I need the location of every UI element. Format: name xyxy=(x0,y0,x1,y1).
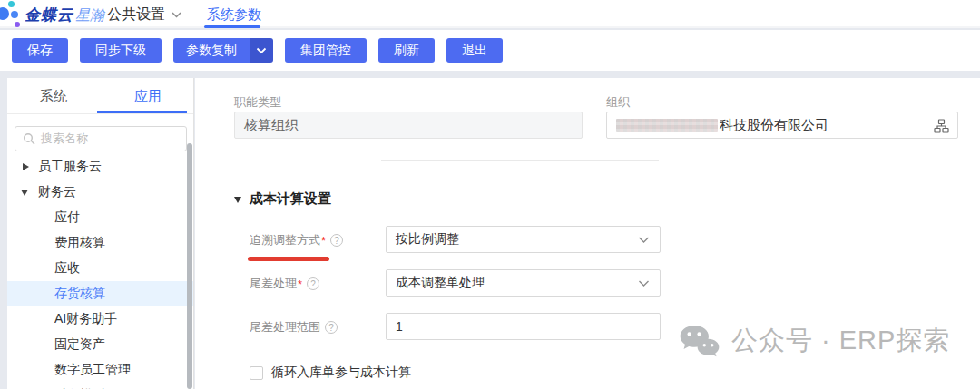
tail-diff-value: 成本调整单处理 xyxy=(396,275,485,291)
section-title: 成本计算设置 xyxy=(250,190,331,208)
help-icon[interactable]: ? xyxy=(330,234,343,247)
refresh-button[interactable]: 刷新 xyxy=(378,38,435,63)
tail-diff-range-label: 尾差处理范围 xyxy=(250,319,320,336)
public-settings-menu[interactable]: 公共设置 xyxy=(107,5,181,24)
tail-diff-range-label-row: 尾差处理范围 ? xyxy=(250,319,338,336)
expand-arrow-icon[interactable] xyxy=(23,163,29,170)
chevron-down-icon xyxy=(638,237,650,244)
tree-item-inventory-accounting-selected[interactable]: 存货核算 xyxy=(7,281,194,306)
tab-system-parameters[interactable]: 系统参数 xyxy=(207,6,261,24)
cost-calc-section-header[interactable]: 成本计算设置 xyxy=(234,190,331,208)
brand-primary: 金蝶云 xyxy=(24,6,74,24)
search-input[interactable]: 搜索名称 xyxy=(15,126,187,151)
chevron-down-icon xyxy=(172,12,181,18)
param-copy-button[interactable]: 参数复制 xyxy=(173,38,250,63)
loop-inbound-checkbox[interactable] xyxy=(250,366,263,380)
sidebar-panel: 系统 应用 搜索名称 员工服务云 财务云 应付 费用核算 应收 存货核算 AI财… xyxy=(7,78,194,389)
tail-diff-label: 尾差处理 xyxy=(250,276,297,292)
trace-adjust-label: 追溯调整方式 xyxy=(250,232,320,248)
tail-diff-range-value: 1 xyxy=(396,319,403,334)
search-icon xyxy=(23,132,35,145)
exit-button[interactable]: 退出 xyxy=(446,38,503,63)
tree-item-accounts-receivable[interactable]: 应收 xyxy=(7,256,194,281)
logo-dot-icon xyxy=(8,1,15,7)
param-copy-split-button: 参数复制 xyxy=(173,38,273,63)
sync-down-button[interactable]: 同步下级 xyxy=(80,38,162,63)
chevron-down-icon xyxy=(256,47,267,54)
application-tree: 员工服务云 财务云 应付 费用核算 应收 存货核算 AI财务助手 固定资产 数字… xyxy=(7,154,194,389)
tree-item-ai-finance-assistant[interactable]: AI财务助手 xyxy=(7,306,194,332)
tail-diff-range-input[interactable]: 1 xyxy=(386,313,661,340)
search-placeholder: 搜索名称 xyxy=(41,131,88,147)
section-collapse-icon xyxy=(234,197,241,203)
brand-secondary: 星瀚 xyxy=(75,7,104,23)
tree-item-digital-employee[interactable]: 数字员工管理 xyxy=(7,357,194,383)
watermark: 公众号 · ERP探索 xyxy=(679,323,950,359)
logo-dot-icon xyxy=(15,22,20,27)
tab-application[interactable]: 应用 xyxy=(134,88,162,105)
org-chart-icon[interactable] xyxy=(934,119,949,136)
tail-diff-select[interactable]: 成本调整单处理 xyxy=(386,269,661,297)
help-icon[interactable]: ? xyxy=(325,321,338,334)
required-asterisk: * xyxy=(321,234,326,248)
logo-dot-icon xyxy=(11,11,18,18)
tree-item-expense-accounting[interactable]: 费用核算 xyxy=(7,230,194,256)
org-type-label: 职能类型 xyxy=(234,94,281,111)
section-divider xyxy=(381,160,659,161)
loop-inbound-checkbox-label: 循环入库单参与成本计算 xyxy=(271,365,411,381)
annotation-underline xyxy=(248,257,329,261)
help-icon[interactable]: ? xyxy=(307,277,319,290)
wechat-icon xyxy=(679,324,720,358)
redacted-text xyxy=(616,119,718,132)
brand-name: 金蝶云星瀚 xyxy=(24,5,104,25)
sidebar-scrollbar[interactable] xyxy=(187,143,192,389)
save-button[interactable]: 保存 xyxy=(12,38,68,63)
sidebar-tabs: 系统 应用 xyxy=(7,78,193,114)
trace-adjust-label-row: 追溯调整方式* ? xyxy=(250,232,343,248)
required-asterisk: * xyxy=(298,277,302,291)
tail-diff-label-row: 尾差处理* ? xyxy=(250,276,319,292)
app-window: 金蝶云星瀚 公共设置 系统参数 保存 同步下级 参数复制 集团管控 刷新 退出 … xyxy=(0,0,980,389)
tab-system[interactable]: 系统 xyxy=(40,88,67,105)
tree-item-clipped[interactable]: 财务模型 xyxy=(7,383,194,389)
param-copy-dropdown-toggle[interactable] xyxy=(250,38,273,63)
tree-item-fixed-assets[interactable]: 固定资产 xyxy=(7,332,194,357)
org-type-field: 核算组织 xyxy=(234,112,583,139)
tree-item-accounts-payable[interactable]: 应付 xyxy=(7,205,194,230)
org-value: 科技股份有限公司 xyxy=(720,117,828,134)
tree-item-finance-cloud[interactable]: 财务云 xyxy=(7,180,194,205)
kingdee-logo: 金蝶云星瀚 xyxy=(0,0,100,28)
loop-inbound-checkbox-row: 循环入库单参与成本计算 xyxy=(250,365,411,381)
toolbar: 保存 同步下级 参数复制 集团管控 刷新 退出 xyxy=(0,30,980,71)
org-type-value: 核算组织 xyxy=(244,117,299,134)
trace-adjust-select[interactable]: 按比例调整 xyxy=(386,226,661,253)
watermark-text: 公众号 · ERP探索 xyxy=(731,323,950,359)
public-settings-label: 公共设置 xyxy=(107,5,165,24)
top-header: 金蝶云星瀚 公共设置 系统参数 xyxy=(0,0,980,28)
collapse-arrow-icon[interactable] xyxy=(21,190,28,196)
trace-adjust-value: 按比例调整 xyxy=(396,231,459,248)
tree-item-employee-service-cloud[interactable]: 员工服务云 xyxy=(7,154,194,180)
sidebar-active-tab-underline xyxy=(97,111,187,113)
chevron-down-icon xyxy=(638,280,650,287)
org-field[interactable]: 科技股份有限公司 xyxy=(606,112,958,139)
logo-dot-icon xyxy=(0,7,9,20)
active-tab-underline xyxy=(204,25,260,28)
group-control-button[interactable]: 集团管控 xyxy=(285,38,367,63)
org-label: 组织 xyxy=(606,94,630,111)
